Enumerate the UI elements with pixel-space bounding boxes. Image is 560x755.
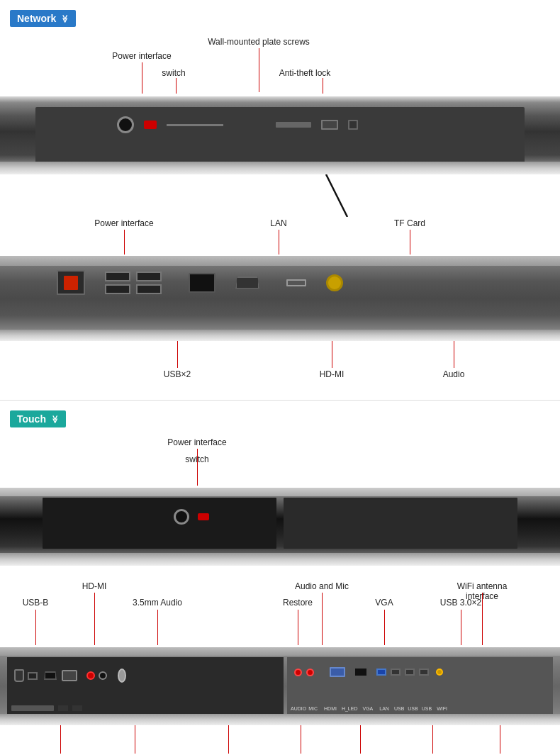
port-usb2-vis [28,672,38,680]
touch-back-right [284,498,517,549]
line-usb2 [177,341,178,368]
right-label-bar: AUDIO MIC HDMI H_LED VGA LAN USB USB USB… [291,706,447,711]
port-audio-r-1 [294,669,302,676]
label-audio-mic: Audio and Mic [295,581,349,591]
ports-rim-bottom [0,714,560,725]
line-rfin [228,725,229,754]
plate-screws-visual [276,122,311,128]
line-tfcard [410,230,410,255]
net-mid-labels-below: USB×2 HD-MI Audio [0,341,560,394]
line-startswitch [301,725,301,754]
led-label-strip [72,705,82,711]
touch-power-area [174,509,209,525]
label-power-interface-top: Power interface [112,51,171,61]
port-usb3-1-vis [376,669,386,676]
network-chevron-icon: ≫ [60,14,69,23]
port-power-mid [57,270,85,295]
touch-ports-photo: AUDIO MIC HDMI H_LED VGA LAN USB USB USB… [0,647,560,725]
line-vga-above [384,610,385,645]
label-strip-hdmi: HDMI [324,706,337,711]
network-badge: Network ≫ [10,10,76,27]
label-strip-audio: AUDIO [291,706,306,711]
line-switch-top [176,78,177,94]
network-badge-label: Network [17,13,56,24]
page: Network ≫ Wall-mounted plate screws Powe… [0,0,560,755]
antenna-svg [0,174,560,217]
label-hdmi-mid: HD-MI [320,369,345,379]
line-35mm [157,610,158,645]
rim-top [0,256,560,266]
ports-right-bg [287,657,553,714]
touch-photo [0,488,560,566]
mid-ports-row [57,270,343,295]
left-port-row [14,669,126,683]
label-strip-usb3: USB [422,706,432,711]
line-audio-mic [322,593,323,645]
label-power-touch: Power interface [167,437,226,447]
label-usb30x2: USB 3.0×2 [440,598,481,608]
left-label-bar [11,705,82,711]
rim-bottom [0,330,560,341]
touch-badge-label: Touch [17,413,46,425]
port-rf-vis [118,669,126,683]
touch-section: Touch ≫ Power interface switch [0,401,560,755]
line-wall-screws [259,48,259,92]
port-tfcard-mid [286,279,306,286]
touch-back-left [43,498,276,549]
label-usb-b: USB-B [23,598,49,608]
label-vga-above: VGA [375,598,393,608]
usb-ports-2 [136,272,162,294]
line-vga-below [135,725,135,754]
line-restore [298,610,298,645]
port-lan-mid [189,273,215,293]
hdmi-label-strip [58,705,68,711]
port-audio-mid [326,274,343,291]
port-usb2-r-1 [391,669,401,676]
svg-line-0 [326,174,347,217]
touch-port-labels-below: USB 2.0 VGA RF in Start switch HD-MI LAN… [0,725,560,755]
label-hdmi-touch-above1: HD-MI [82,581,107,591]
label-audio-mid: Audio [443,369,465,379]
line-usb2-below [60,725,61,754]
line-audio-mid [454,341,454,368]
right-port-row [294,667,443,677]
touch-rim-bottom [0,553,560,566]
label-strip-vga: VGA [362,706,373,711]
touch-spacer [0,566,560,580]
port-usb2-r-2 [405,669,415,676]
touch-badge: Touch ≫ [10,410,66,427]
touch-port-labels-above: HD-MI Audio and Mic WiFi antenna interfa… [0,580,560,647]
label-usb2: USB×2 [164,369,191,379]
line-power-mid [124,230,125,255]
line-hdmi-below [360,725,361,754]
touch-chevron-icon: ≫ [50,415,59,423]
label-tfcard: TF Card [394,218,425,228]
label-strip-usb1: USB [394,706,404,711]
network-mid-photo [0,256,560,341]
line-usb-b [35,610,36,645]
line-usb30 [461,610,461,645]
line-usb20x4 [500,725,500,754]
port-vga-right-vis [330,667,345,677]
line-lan-below [432,725,433,754]
line-hdmi-mid [332,341,332,368]
left-label-strip [11,705,54,711]
port-vga-left-vis [62,670,77,681]
label-strip-wifi: WIFI [437,706,447,711]
monitor-rim-bottom [0,162,560,174]
label-restore: Restore [283,598,313,608]
label-strip-hled: H_LED [342,706,358,711]
ports-rim-top [0,647,560,656]
net-mid-labels-above: Power interface LAN TF Card [0,217,560,256]
port-wifi-vis [436,669,443,676]
line-antitheft [323,78,323,94]
port-3mm-1-vis [86,671,95,680]
port-hdmi-vis [44,671,57,680]
line-lan [279,230,279,255]
port-lan-right-vis [354,667,368,677]
lock-visual [348,120,358,130]
label-strip-usb2: USB [408,706,418,711]
port-hdmi-mid [235,276,259,289]
label-power-mid: Power interface [94,218,153,228]
label-35mm-audio: 3.5mm Audio [133,598,182,608]
